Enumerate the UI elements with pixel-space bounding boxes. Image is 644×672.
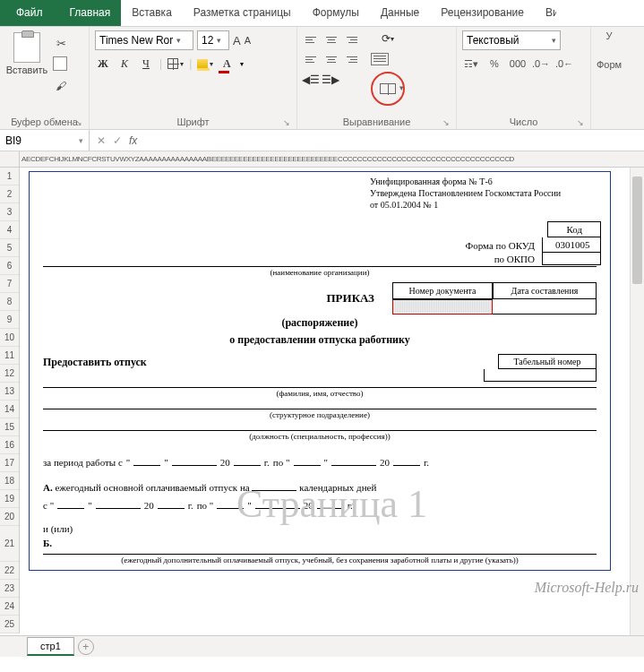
shrink-font-icon[interactable]: A	[245, 35, 251, 46]
paste-button[interactable]: Вставить	[5, 30, 48, 75]
group-font: Times New Ror▾ 12▾ A A Ж К Ч | ▾ | ▾ А▾ …	[90, 27, 297, 129]
decrease-indent-icon[interactable]: ◀☰	[303, 72, 319, 88]
align-top-icon[interactable]	[303, 30, 321, 48]
kod-label: Код	[547, 221, 601, 237]
number-format-combo[interactable]: Текстовый▾	[462, 30, 561, 50]
format-cut[interactable]: Форм	[597, 59, 622, 70]
group-right-cut: У Форм	[591, 27, 627, 129]
section-b: Б.	[43, 538, 52, 548]
sheet-tab-1[interactable]: стр1	[27, 637, 74, 656]
grow-font-icon[interactable]: A	[233, 34, 241, 47]
select-all-corner[interactable]	[0, 151, 20, 167]
cal-days: календарных дней	[299, 482, 376, 493]
section-a-text: ежегодный основной оплачиваемый отпуск н…	[55, 482, 249, 493]
decrease-decimal-icon[interactable]: .0←	[555, 56, 573, 72]
tab-data[interactable]: Данные	[370, 0, 430, 26]
paste-label: Вставить	[5, 65, 48, 75]
tab-file[interactable]: Файл	[0, 0, 59, 26]
formula-input[interactable]	[144, 130, 644, 151]
font-name-combo[interactable]: Times New Ror▾	[95, 30, 193, 50]
align-bottom-icon[interactable]	[342, 30, 360, 48]
num-doc-input[interactable]	[392, 299, 493, 314]
clipboard-launcher[interactable]	[75, 116, 86, 126]
cut-icon[interactable]	[52, 34, 70, 52]
format-painter-icon[interactable]	[52, 77, 70, 95]
date-doc-label: Дата составления	[493, 282, 597, 299]
row-headers[interactable]: 123 456 789 101112 131415 161718 1920 21…	[0, 168, 20, 633]
group-number: Текстовый▾ ☶▾ % 000 .0→ .0← Число	[457, 27, 591, 129]
alignment-launcher[interactable]	[442, 116, 453, 126]
wrap-text-icon[interactable]	[371, 50, 389, 68]
percent-icon[interactable]: %	[485, 56, 503, 72]
italic-button[interactable]: К	[116, 56, 133, 72]
add-sheet-button[interactable]: +	[78, 639, 94, 655]
tab-pagelayout[interactable]: Разметка страницы	[183, 0, 302, 26]
prikaz-title: ПРИКАЗ	[43, 282, 392, 306]
increase-decimal-icon[interactable]: .0→	[532, 56, 550, 72]
group-clipboard: Вставить Буфер обмена	[0, 27, 90, 129]
grant-label: Предоставить отпуск	[43, 356, 498, 369]
group-alignment: ◀☰ ☰▶ ⟳▾ Выравнивание	[297, 27, 457, 129]
group-number-label: Число	[462, 114, 585, 127]
num-doc-label: Номер документа	[392, 282, 493, 299]
org-hint: (наименование организации)	[30, 267, 610, 282]
ribbon: Вставить Буфер обмена Times New Ror▾ 12▾…	[0, 27, 644, 130]
align-left-icon[interactable]	[303, 50, 321, 68]
tab-formulas[interactable]: Формулы	[302, 0, 370, 26]
okpo-label: по ОКПО	[494, 254, 542, 264]
tab-view[interactable]: Ви	[535, 0, 556, 26]
underline-button[interactable]: Ч	[138, 56, 154, 72]
align-right-icon[interactable]	[342, 50, 360, 68]
font-size-combo[interactable]: 12▾	[197, 30, 229, 50]
tab-review[interactable]: Рецензирование	[430, 0, 535, 26]
okud-label: Форма по ОКУД	[466, 240, 542, 251]
tab-insert[interactable]: Вставка	[121, 0, 183, 26]
tabnum-input[interactable]	[484, 369, 597, 382]
fio-hint: (фамилия, имя, отчество)	[30, 388, 610, 403]
date-doc-input[interactable]	[493, 299, 597, 314]
bold-button[interactable]: Ж	[95, 56, 111, 72]
cond-format-cut[interactable]: У	[597, 30, 622, 41]
font-color-button[interactable]: А	[219, 56, 235, 72]
fx-icon[interactable]: fx	[129, 134, 137, 147]
okud-value: 0301005	[542, 237, 601, 253]
increase-indent-icon[interactable]: ☰▶	[322, 72, 339, 88]
currency-icon[interactable]: ☶▾	[462, 56, 480, 72]
number-launcher[interactable]	[577, 116, 588, 126]
section-a: А.	[43, 482, 53, 493]
job-hint: (должность (специальность, профессия))	[30, 431, 610, 446]
document-page: Унифицированная форма № Т-6 Утверждена П…	[29, 171, 611, 571]
font-launcher[interactable]	[283, 116, 294, 126]
comma-icon[interactable]: 000	[509, 56, 527, 72]
cancel-icon[interactable]: ✕	[97, 134, 106, 147]
border-button[interactable]: ▾	[167, 56, 184, 72]
ribbon-tabs: Файл Главная Вставка Разметка страницы Ф…	[0, 0, 644, 27]
form-line2: Утверждена Постановлением Госкомстата Ро…	[370, 187, 603, 199]
form-line1: Унифицированная форма № Т-6	[370, 176, 603, 187]
grid-area[interactable]: Унифицированная форма № Т-6 Утверждена П…	[20, 168, 644, 633]
tab-home[interactable]: Главная	[59, 0, 122, 26]
group-font-label: Шрифт	[95, 114, 291, 127]
site-watermark: Microsoft-Help.ru	[535, 580, 639, 596]
name-box[interactable]: BI9▾	[0, 130, 90, 151]
ili: и (или)	[43, 523, 73, 534]
dept-hint: (структурное подразделение)	[30, 409, 610, 425]
worksheet: AECDEFCHIJKLMNCFCRSTUVWXYZAAAAAAAAAAAAAA…	[0, 151, 644, 635]
orientation-icon[interactable]: ⟳▾	[371, 30, 405, 47]
period-pre: за период работы с	[43, 457, 123, 468]
okpo-value[interactable]	[542, 253, 601, 265]
paste-icon	[13, 32, 40, 63]
align-middle-icon[interactable]	[322, 30, 340, 48]
vertical-scrollbar[interactable]	[630, 168, 644, 635]
fill-color-button[interactable]: ▾	[197, 56, 213, 72]
sheet-tabs: стр1 +	[0, 635, 644, 657]
rasp: (распоряжение)	[30, 314, 610, 332]
enter-icon[interactable]: ✓	[113, 134, 122, 147]
form-line3: от 05.01.2004 № 1	[370, 199, 603, 211]
group-alignment-label: Выравнивание	[303, 114, 451, 127]
copy-icon[interactable]	[52, 56, 70, 73]
merge-cells-button[interactable]	[371, 72, 405, 106]
align-center-icon[interactable]	[322, 50, 340, 68]
column-headers[interactable]: AECDEFCHIJKLMNCFCRSTUVWXYZAAAAAAAAAAAAAA…	[20, 151, 514, 167]
doc-title: о предоставлении отпуска работнику	[30, 332, 610, 349]
